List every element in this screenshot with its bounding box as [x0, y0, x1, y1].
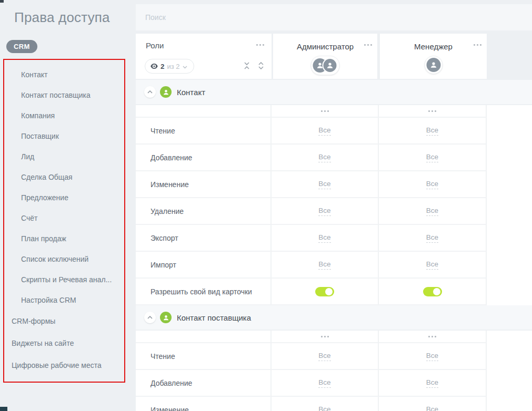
- role-column-menu-dots[interactable]: [364, 44, 372, 46]
- search-bar: [136, 4, 532, 30]
- permission-row: УдалениеВсеВсе: [136, 198, 532, 225]
- permission-value-link[interactable]: Все: [426, 233, 438, 243]
- eye-icon: [150, 61, 158, 71]
- role-members-avatars[interactable]: [424, 56, 443, 74]
- permission-value-link[interactable]: Все: [426, 405, 438, 411]
- permission-value-cell: Все: [272, 252, 379, 279]
- permission-value-link[interactable]: Все: [318, 260, 330, 270]
- row-filler: [487, 198, 532, 225]
- column-actions-row: [136, 331, 532, 343]
- sidebar-item-other-0[interactable]: CRM-формы: [4, 310, 124, 332]
- permission-label: Импорт: [136, 252, 272, 279]
- permission-value-link[interactable]: Все: [426, 153, 438, 162]
- permission-row: ЧтениеВсеВсе: [136, 343, 532, 370]
- permission-value-link[interactable]: Все: [426, 260, 438, 270]
- permission-row: ЧтениеВсеВсе: [136, 118, 532, 145]
- crm-badge: CRM: [6, 40, 37, 53]
- permission-value-cell: Все: [272, 397, 379, 411]
- expand-all-icon[interactable]: [258, 62, 264, 71]
- permission-toggle-on[interactable]: [423, 287, 442, 296]
- collapse-all-icon[interactable]: [243, 62, 250, 71]
- sidebar-item-crm-1[interactable]: Контакт поставщика: [4, 85, 124, 105]
- permission-value-link[interactable]: Все: [318, 153, 330, 162]
- permission-value-cell: Все: [379, 171, 487, 198]
- permission-value-cell: Все: [379, 118, 487, 145]
- sidebar-menu-highlight-box: КонтактКонтакт поставщикаКомпанияПоставщ…: [3, 59, 125, 383]
- row-filler: [487, 252, 532, 279]
- permission-value-link[interactable]: Все: [426, 352, 438, 361]
- permission-value-link[interactable]: Все: [318, 378, 330, 388]
- permission-value-link[interactable]: Все: [426, 207, 438, 216]
- sidebar-item-crm-4[interactable]: Лид: [4, 146, 124, 167]
- column-actions-cell: [272, 331, 379, 343]
- permissions-table: КонтактЧтениеВсеВсеДобавлениеВсеВсеИзмен…: [136, 80, 532, 411]
- empty-cell: [136, 331, 272, 343]
- roles-menu-dots[interactable]: [256, 44, 264, 46]
- permission-value-link[interactable]: Все: [318, 207, 330, 216]
- toggle-knob: [325, 288, 333, 295]
- role-column-admin: Администратор: [273, 34, 377, 79]
- sidebar-item-crm-3[interactable]: Поставщик: [4, 126, 124, 146]
- permission-value-link[interactable]: Все: [318, 126, 330, 136]
- row-filler: [487, 118, 532, 145]
- permission-value-link[interactable]: Все: [318, 352, 330, 361]
- role-column-manager: Менеджер: [380, 34, 487, 79]
- permission-value-cell: Все: [272, 343, 379, 370]
- user-avatar-icon: [323, 58, 338, 73]
- sidebar-crm-items: КонтактКонтакт поставщикаКомпанияПоставщ…: [4, 64, 124, 310]
- sidebar-item-crm-5[interactable]: Сделка Общая: [4, 167, 124, 187]
- role-members-avatars[interactable]: [311, 56, 340, 75]
- row-filler: [487, 171, 532, 198]
- column-actions-cell: [379, 331, 487, 343]
- sidebar-item-crm-9[interactable]: Список исключений: [4, 249, 124, 269]
- permission-value-link[interactable]: Все: [426, 126, 438, 136]
- roles-filter-total: из 2: [167, 63, 180, 70]
- row-filler: [487, 343, 532, 370]
- row-filler: [487, 397, 532, 411]
- permission-label: Добавление: [136, 370, 272, 397]
- permission-row: ДобавлениеВсеВсе: [136, 145, 532, 171]
- column-dots-menu[interactable]: [428, 336, 436, 337]
- row-filler: [487, 225, 532, 252]
- sidebar-item-crm-0[interactable]: Контакт: [4, 64, 124, 85]
- section-entity-icon: [160, 86, 172, 98]
- section-header-0: Контакт: [136, 80, 532, 104]
- roles-filter-pill[interactable]: 2 из 2: [145, 59, 194, 74]
- column-dots-menu[interactable]: [321, 336, 329, 337]
- permission-value-cell: Все: [272, 118, 379, 145]
- search-input[interactable]: [136, 4, 532, 30]
- permission-value-link[interactable]: Все: [318, 405, 330, 411]
- permission-row: ДобавлениеВсеВсе: [136, 370, 532, 397]
- permission-row: ИмпортВсеВсе: [136, 252, 532, 279]
- permission-value-link[interactable]: Все: [318, 233, 330, 243]
- bottom-left-fragment: [0, 407, 7, 411]
- sidebar-item-crm-8[interactable]: План продаж: [4, 228, 124, 249]
- column-dots-menu[interactable]: [321, 110, 329, 112]
- column-dots-menu[interactable]: [428, 110, 436, 112]
- permission-value-link[interactable]: Все: [318, 180, 330, 189]
- sidebar-item-crm-6[interactable]: Предложение: [4, 187, 124, 208]
- permission-label: Чтение: [136, 118, 272, 145]
- permission-value-link[interactable]: Все: [426, 378, 438, 388]
- role-column-title: Администратор: [273, 42, 377, 51]
- permission-toggle-on[interactable]: [315, 287, 334, 296]
- sidebar-item-other-2[interactable]: Цифровые рабочие места: [4, 354, 124, 376]
- role-column-menu-dots[interactable]: [474, 44, 481, 46]
- sidebar-item-crm-10[interactable]: Скрипты и Речевая анал...: [4, 269, 124, 290]
- sidebar-item-crm-7[interactable]: Счёт: [4, 208, 124, 228]
- sidebar-item-crm-2[interactable]: Компания: [4, 105, 124, 126]
- permission-value-cell: Все: [379, 343, 487, 370]
- row-filler: [487, 145, 532, 171]
- main-area: Роли 2 из 2 Администратор Менеджер Конта: [136, 0, 532, 411]
- permission-value-link[interactable]: Все: [426, 180, 438, 189]
- sidebar-item-crm-11[interactable]: Настройка CRM: [4, 290, 124, 310]
- sidebar-item-other-1[interactable]: Виджеты на сайте: [4, 332, 124, 354]
- permission-label: Удаление: [136, 198, 272, 225]
- section-collapse-icon[interactable]: [144, 86, 156, 98]
- section-title: Контакт поставщика: [177, 313, 251, 322]
- section-collapse-icon[interactable]: [144, 312, 156, 323]
- permission-value-cell: Все: [272, 198, 379, 225]
- permission-label: Изменение: [136, 171, 272, 198]
- row-filler: [487, 370, 532, 397]
- permission-value-cell: Все: [379, 397, 487, 411]
